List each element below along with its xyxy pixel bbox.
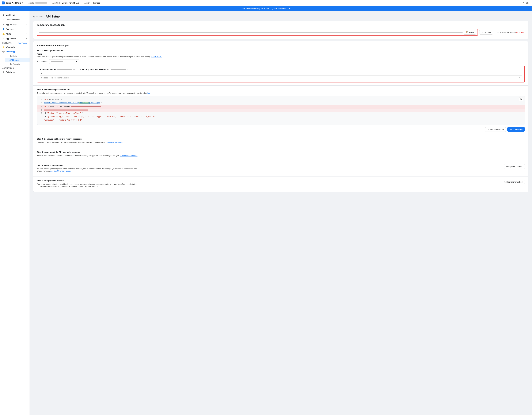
step6-desc: Add a payment method to send business-in… — [37, 183, 138, 187]
add-phone-number-button[interactable]: Add phone number — [504, 164, 525, 169]
nav-divider2 — [51, 1, 51, 4]
token-card: Temporary access token 📋 Copy ↻ Refresh — [33, 21, 528, 39]
add-phone-number-label: Add phone number — [506, 165, 522, 168]
see-documentation-link[interactable]: See documentation. — [120, 154, 138, 157]
from-desc-text: Send free messages with the provided tes… — [37, 56, 151, 58]
postman-icon: ↗ — [487, 128, 489, 130]
code-copy-button[interactable]: ⧉ — [519, 97, 523, 101]
sidebar-item-app-roles[interactable]: 👤 App roles ▾ — [0, 27, 29, 31]
help-button[interactable]: ? Help — [522, 1, 530, 5]
alerts-chevron: ▾ — [26, 33, 27, 35]
breadcrumb-separator: › — [44, 15, 45, 18]
messages-card-body: Send and receive messages Step 1: Select… — [33, 41, 528, 85]
breadcrumb-current: API Setup — [46, 15, 60, 18]
line-num-2: 2 — [39, 101, 42, 104]
step2-desc-text: To send a test message, copy this comman… — [37, 92, 147, 94]
alerts-icon: 🔔 — [2, 33, 5, 35]
line-text-4 — [44, 109, 88, 112]
app-type-item: App type: Business — [85, 2, 100, 4]
from-desc: Send free messages with the provided tes… — [37, 56, 525, 58]
brand[interactable]: W Demo WorkDo.io ▾ — [2, 1, 23, 4]
sidebar-item-required-actions[interactable]: ☑ Required actions — [0, 17, 29, 22]
line-num-5: 5 — [39, 112, 42, 115]
app-mode-item: App Mode: Development Live — [53, 2, 79, 4]
refresh-label: Refresh — [484, 31, 491, 33]
step3-desc-text: Create a custom webhook URL or use servi… — [37, 141, 105, 143]
sidebar-item-app-review[interactable]: ✓ App Review ▾ — [0, 36, 29, 41]
add-product-link[interactable]: Add Product — [18, 42, 27, 44]
send-message-label: Send message — [510, 128, 522, 130]
step2-action-row: ↗ Run in Postman Send message — [37, 127, 525, 132]
code-line-5: 5 -H 'Content-Type: application/json' \ — [39, 112, 522, 115]
send-message-button[interactable]: Send message — [507, 127, 525, 132]
whatsapp-business-id-value — [111, 69, 126, 70]
phone-info-row: Phone number ID: ⧉ WhatsApp Business Acc… — [40, 68, 522, 71]
test-number-select[interactable]: ▾ — [49, 59, 79, 64]
recipient-phone-select[interactable]: Select a recipient phone number ▾ — [40, 75, 522, 80]
banner-close-button[interactable]: ✕ — [289, 7, 291, 9]
token-expire-text: This token will expire in 23 hours. — [496, 31, 525, 33]
sidebar-item-api-setup[interactable]: API Setup — [5, 58, 29, 62]
brand-chevron[interactable]: ▾ — [22, 2, 23, 4]
phone-info-box: Phone number ID: ⧉ WhatsApp Business Acc… — [37, 66, 525, 83]
main-content: Quickstart › API Setup Temporary access … — [30, 11, 532, 415]
token-value-blurred — [39, 32, 463, 33]
top-nav: W Demo WorkDo.io ▾ App ID: App Mode: Dev… — [0, 0, 532, 6]
test-number-value — [51, 61, 63, 62]
app-roles-label: App roles — [6, 28, 14, 30]
sidebar-item-whatsapp[interactable]: 💬 WhatsApp ▴ — [0, 49, 29, 54]
activity-log-section: Activity log — [0, 66, 29, 70]
line-num-1: 1 — [39, 98, 42, 101]
refresh-button[interactable]: ↻ Refresh — [479, 30, 493, 35]
app-id-label: App ID: — [29, 2, 35, 4]
to-section: To Select a recipient phone number ▾ — [40, 72, 522, 80]
code-line-7: "language": { "code": "en_US" } } }' — [39, 119, 522, 122]
configure-webhooks-link[interactable]: Configure webhooks. — [106, 141, 124, 143]
copy-button[interactable]: 📋 Copy — [464, 30, 476, 35]
business-id-copy-icon[interactable]: ⧉ — [127, 68, 128, 71]
line-num-6 — [39, 115, 42, 118]
messages-title: Send and receive messages — [37, 44, 525, 47]
phone-id-copy-icon[interactable]: ⧉ — [74, 68, 75, 71]
token-card-title: Temporary access token — [37, 24, 525, 26]
app-review-label: App Review — [6, 37, 16, 40]
required-actions-label: Required actions — [6, 18, 20, 21]
info-banner: This app is now using Facebook Login for… — [0, 6, 532, 11]
sidebar-item-dashboard[interactable]: ⊞ Dashboard — [0, 12, 29, 17]
whatsapp-chevron: ▴ — [26, 51, 27, 53]
add-payment-method-button[interactable]: Add payment method — [502, 180, 525, 184]
nav-divider3 — [83, 1, 83, 4]
run-postman-button[interactable]: ↗ Run in Postman — [485, 127, 506, 132]
app-review-icon: ✓ — [2, 37, 5, 40]
step6-title: Step 6: Add payment method — [37, 180, 138, 182]
step4-desc-text: Review the developer documentation to le… — [37, 154, 120, 157]
step5-section: Step 5: Add a phone number To start send… — [33, 161, 528, 176]
refresh-icon: ↻ — [482, 31, 483, 33]
brand-label: Demo WorkDo.io — [6, 2, 21, 4]
token-input-box: 📋 Copy — [37, 29, 478, 36]
products-section: Products Add Product — [0, 41, 29, 45]
banner-link[interactable]: Facebook Login for Business. — [261, 7, 286, 9]
sidebar-item-configuration[interactable]: Configuration — [5, 62, 29, 66]
sidebar-item-quickstart[interactable]: Quickstart — [5, 54, 29, 58]
step1-title: Step 1: Select phone numbers — [37, 49, 525, 52]
sidebar-item-webhooks[interactable]: ⚡ Webhooks — [0, 45, 29, 49]
here-link[interactable]: here. — [147, 92, 152, 94]
whatsapp-business-id-label: WhatsApp Business Account ID: — [80, 68, 110, 70]
webhooks-icon: ⚡ — [2, 46, 5, 48]
products-label: Products — [2, 42, 12, 44]
activity-log-label: Activity log — [6, 71, 15, 73]
sidebar-item-activity-log[interactable]: ☰ Activity log — [0, 70, 29, 74]
sidebar-item-app-settings[interactable]: ⚙ App settings ▾ — [0, 22, 29, 27]
breadcrumb: Quickstart › API Setup — [33, 15, 528, 18]
brand-icon: W — [2, 1, 5, 4]
test-number-label: Test number: — [37, 61, 48, 63]
learn-more-link[interactable]: Learn more. — [152, 56, 162, 58]
step1-section: Step 1: Select phone numbers From Send f… — [37, 49, 525, 83]
step5-row: Step 5: Add a phone number To start send… — [37, 164, 525, 174]
sidebar-item-alerts[interactable]: 🔔 Alerts ▾ — [0, 31, 29, 36]
dashboard-icon: ⊞ — [2, 14, 5, 16]
overview-page-link[interactable]: see the Overview page. — [50, 170, 71, 172]
app-id-item: App ID: — [29, 2, 47, 4]
breadcrumb-parent[interactable]: Quickstart — [33, 15, 43, 18]
